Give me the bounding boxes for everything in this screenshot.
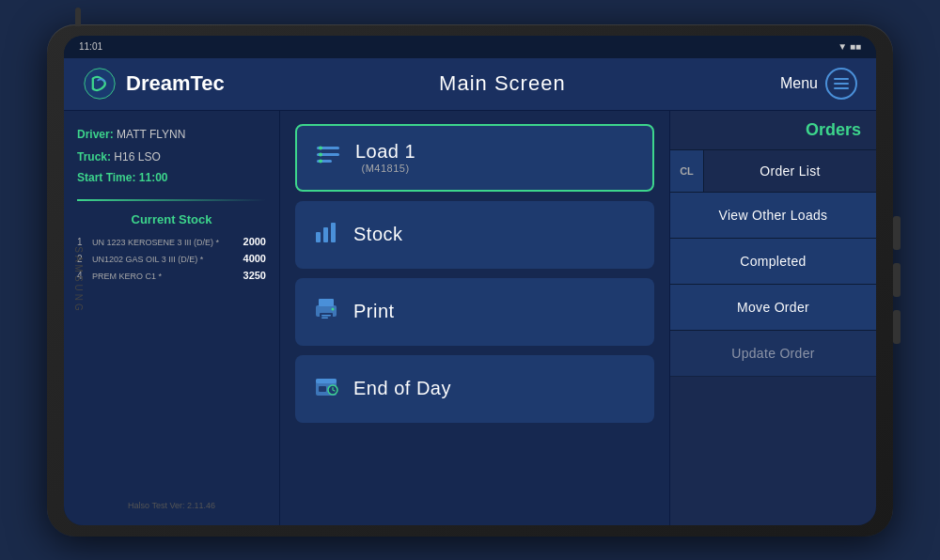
- svg-rect-14: [321, 317, 328, 319]
- tablet-screen: 11:01 ▼ ■■ DreamTec Main Screen Menu: [64, 36, 876, 525]
- cl-badge[interactable]: CL: [670, 150, 704, 192]
- antenna: [75, 8, 81, 26]
- svg-rect-13: [321, 315, 331, 317]
- stock-num-1: 1: [77, 237, 86, 247]
- order-list-row: CL Order List: [670, 150, 876, 193]
- start-time-label: Start Time:: [77, 171, 135, 184]
- stock-value-1: 2000: [243, 236, 266, 247]
- menu-icon: [825, 68, 857, 100]
- start-time-info: Start Time: 11:00: [77, 171, 266, 184]
- svg-rect-8: [323, 227, 328, 242]
- power-button[interactable]: [893, 216, 901, 250]
- load-sublabel: (M41815): [355, 163, 415, 174]
- version-text: Halso Test Ver: 2.11.46: [77, 501, 266, 510]
- svg-rect-12: [320, 313, 333, 320]
- update-order-button[interactable]: Update Order: [670, 331, 876, 377]
- logo-text: DreamTec: [126, 71, 225, 96]
- stock-name-1: UN 1223 KEROSENE 3 III (D/E) *: [92, 238, 238, 247]
- stock-item: 1 UN 1223 KEROSENE 3 III (D/E) * 2000: [77, 236, 266, 247]
- svg-point-4: [319, 146, 322, 149]
- header: DreamTec Main Screen Menu: [64, 58, 876, 111]
- left-panel: Driver: MATT FLYNN Truck: H16 LSO Start …: [64, 111, 280, 525]
- right-panel: Orders CL Order List View Other Loads Co…: [669, 111, 876, 525]
- load-icon: [314, 142, 342, 174]
- truck-info: Truck: H16 LSO: [77, 148, 266, 165]
- driver-label: Driver:: [77, 128, 114, 141]
- driver-info: Driver: MATT FLYNN: [77, 126, 266, 143]
- stock-name-2: UN1202 GAS OIL 3 III (D/E) *: [92, 255, 238, 264]
- stock-name-3: PREM KERO C1 *: [92, 272, 238, 281]
- print-label: Print: [353, 301, 395, 322]
- eod-label: End of Day: [353, 378, 451, 399]
- print-button[interactable]: Print: [295, 278, 654, 346]
- stock-icon: [312, 219, 340, 251]
- svg-rect-17: [316, 379, 337, 383]
- load-label-area: Load 1 (M41815): [355, 141, 415, 174]
- status-time: 11:01: [79, 41, 102, 52]
- tablet-device: SAMSUNG 11:01 ▼ ■■ DreamTec Main Screen …: [47, 24, 893, 537]
- load-button[interactable]: Load 1 (M41815): [295, 124, 654, 192]
- svg-point-5: [319, 152, 322, 156]
- stock-item-2: 2 UN1202 GAS OIL 3 III (D/E) * 4000: [77, 253, 266, 264]
- svg-rect-9: [331, 223, 336, 242]
- menu-line-3: [834, 87, 849, 89]
- menu-label: Menu: [780, 75, 818, 92]
- eod-icon: [312, 373, 340, 405]
- view-other-loads-button[interactable]: View Other Loads: [670, 193, 876, 239]
- print-icon: [312, 296, 340, 328]
- stock-item-3: 4 PREM KERO C1 * 3250: [77, 270, 266, 281]
- status-bar: 11:01 ▼ ■■: [64, 36, 876, 58]
- truck-label: Truck:: [77, 150, 111, 163]
- completed-button[interactable]: Completed: [670, 239, 876, 285]
- load-label: Load 1: [355, 141, 415, 162]
- divider: [77, 199, 266, 201]
- stock-button[interactable]: Stock: [295, 201, 654, 269]
- stock-num-2: 2: [77, 254, 86, 264]
- current-stock-title: Current Stock: [77, 212, 266, 226]
- header-title: Main Screen: [439, 71, 566, 96]
- side-buttons: [893, 216, 901, 344]
- order-list-button[interactable]: Order List: [704, 150, 876, 192]
- eod-button[interactable]: End of Day: [295, 355, 654, 423]
- truck-value: H16 LSO: [114, 150, 160, 163]
- logo-area: DreamTec: [83, 67, 225, 101]
- logo-icon: [83, 67, 117, 101]
- stock-value-2: 4000: [243, 253, 266, 264]
- menu-line-2: [834, 83, 849, 85]
- svg-point-15: [332, 307, 335, 310]
- menu-line-1: [834, 78, 849, 80]
- stock-num-3: 4: [77, 271, 86, 281]
- start-time-value: 11:00: [139, 171, 168, 184]
- center-panel: Load 1 (M41815) Stock: [280, 111, 669, 525]
- volume-up-button[interactable]: [893, 263, 901, 297]
- svg-rect-7: [316, 232, 321, 242]
- svg-rect-18: [319, 386, 326, 392]
- svg-rect-10: [319, 299, 334, 306]
- svg-point-6: [319, 159, 322, 163]
- orders-header: Orders: [670, 111, 876, 150]
- svg-point-0: [85, 69, 115, 99]
- status-icons: ▼ ■■: [838, 41, 861, 52]
- stock-value-3: 3250: [243, 270, 266, 281]
- volume-down-button[interactable]: [893, 310, 901, 344]
- move-order-button[interactable]: Move Order: [670, 285, 876, 331]
- driver-value: MATT FLYNN: [117, 128, 185, 141]
- menu-button[interactable]: Menu: [780, 68, 857, 100]
- stock-label: Stock: [353, 224, 403, 245]
- main-content: Driver: MATT FLYNN Truck: H16 LSO Start …: [64, 111, 876, 525]
